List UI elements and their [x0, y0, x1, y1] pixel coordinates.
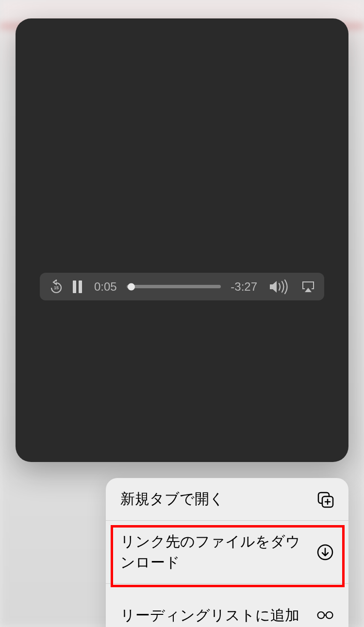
time-remaining-label: -3:27	[231, 280, 257, 294]
context-menu: 新規タブで開く リンク先のファイルをダウンロード リーディングリストに追加	[106, 478, 348, 627]
airplay-icon	[301, 280, 315, 293]
svg-point-8	[326, 612, 333, 619]
menu-item-reading-list[interactable]: リーディングリストに追加	[106, 584, 348, 627]
pause-icon	[73, 280, 76, 293]
menu-item-label: 新規タブで開く	[120, 489, 316, 510]
download-icon	[316, 544, 334, 561]
rewind-icon: 15	[49, 280, 64, 294]
volume-icon	[269, 279, 289, 295]
airplay-button[interactable]	[301, 280, 315, 293]
pause-button[interactable]	[73, 280, 84, 294]
video-preview-panel: 15 0:05 -3:27	[16, 18, 348, 462]
menu-item-download[interactable]: リンク先のファイルをダウンロード	[106, 521, 348, 584]
svg-point-7	[318, 612, 325, 619]
svg-text:15: 15	[54, 285, 59, 290]
volume-button[interactable]	[269, 279, 289, 295]
glasses-icon	[316, 607, 334, 624]
video-controls-bar: 15 0:05 -3:27	[40, 273, 324, 300]
menu-item-label: リーディングリストに追加	[120, 605, 316, 626]
progress-thumb[interactable]	[128, 283, 135, 290]
rewind-15-button[interactable]: 15	[49, 279, 64, 295]
progress-slider[interactable]	[127, 285, 221, 288]
duplicate-tab-icon	[316, 491, 334, 508]
menu-item-new-tab[interactable]: 新規タブで開く	[106, 478, 348, 521]
time-elapsed-label: 0:05	[94, 280, 117, 294]
menu-item-label: リンク先のファイルをダウンロード	[120, 531, 316, 573]
